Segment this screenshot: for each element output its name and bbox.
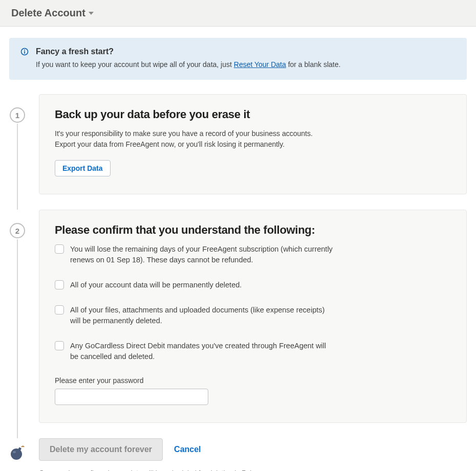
- cancel-link[interactable]: Cancel: [174, 445, 201, 454]
- final-actions: Delete my account forever Cancel Once yo…: [39, 438, 467, 471]
- banner-body-suffix: for a blank slate.: [286, 60, 341, 69]
- page-header: Delete Account: [0, 0, 476, 27]
- page-title-text: Delete Account: [11, 7, 85, 19]
- action-row: Delete my account forever Cancel: [39, 438, 467, 461]
- export-data-button[interactable]: Export Data: [55, 160, 111, 176]
- step-marker-1: 1: [10, 107, 25, 123]
- delete-account-button[interactable]: Delete my account forever: [39, 438, 163, 461]
- confirm-item: You will lose the remaining days of your…: [55, 244, 451, 265]
- svg-point-1: [24, 50, 25, 51]
- timeline-connector: [17, 239, 18, 438]
- warn-line1: Once you've confirmed, your data will be…: [39, 469, 264, 471]
- page-title-dropdown[interactable]: Delete Account: [11, 7, 94, 19]
- step-backup: 1 Back up your data before you erase it …: [9, 94, 467, 194]
- banner-body-prefix: If you want to keep your account but wip…: [36, 60, 234, 69]
- confirm-item: All of your files, attachments and uploa…: [55, 305, 451, 326]
- timeline-connector: [17, 124, 18, 210]
- step-marker-col: [9, 438, 26, 471]
- svg-rect-2: [24, 51, 25, 54]
- chevron-down-icon: [89, 12, 94, 15]
- confirm-label-3: All of your files, attachments and uploa…: [70, 305, 336, 326]
- password-label: Please enter your password: [55, 376, 451, 385]
- confirm-item: Any GoCardless Direct Debit mandates you…: [55, 341, 451, 362]
- step-final: Delete my account forever Cancel Once yo…: [9, 438, 467, 471]
- confirm-label-2: All of your account data will be permane…: [70, 280, 242, 290]
- confirm-checkbox-4[interactable]: [55, 341, 64, 350]
- confirm-checkbox-2[interactable]: [55, 280, 64, 289]
- bomb-icon: [9, 443, 26, 461]
- confirm-label-4: Any GoCardless Direct Debit mandates you…: [70, 341, 336, 362]
- final-warning: Once you've confirmed, your data will be…: [39, 468, 467, 471]
- password-input[interactable]: [55, 389, 208, 405]
- reset-data-link[interactable]: Reset Your Data: [234, 60, 286, 69]
- confirm-label-1: You will lose the remaining days of your…: [70, 244, 336, 265]
- steps-timeline: 1 Back up your data before you erase it …: [9, 94, 467, 471]
- info-banner: Fancy a fresh start? If you want to keep…: [9, 38, 467, 80]
- step-marker-col: 1: [9, 94, 26, 194]
- step-confirm-card: Please confirm that you understand the f…: [39, 210, 467, 423]
- backup-title: Back up your data before you erase it: [55, 108, 451, 121]
- step-marker-col: 2: [9, 210, 26, 423]
- banner-body: If you want to keep your account but wip…: [36, 60, 456, 69]
- backup-body: It's your responsibility to make sure yo…: [55, 128, 451, 150]
- step-confirm: 2 Please confirm that you understand the…: [9, 210, 467, 423]
- banner-title: Fancy a fresh start?: [36, 47, 456, 56]
- svg-point-4: [13, 451, 16, 453]
- info-icon: [20, 48, 29, 69]
- confirm-item: All of your account data will be permane…: [55, 280, 451, 290]
- backup-line2: Export your data from FreeAgent now, or …: [55, 140, 285, 148]
- step-backup-card: Back up your data before you erase it It…: [39, 94, 467, 194]
- backup-line1: It's your responsibility to make sure yo…: [55, 129, 313, 138]
- confirm-checkbox-1[interactable]: [55, 244, 64, 254]
- confirm-title: Please confirm that you understand the f…: [55, 223, 451, 237]
- info-content: Fancy a fresh start? If you want to keep…: [36, 47, 456, 69]
- confirm-checkbox-3[interactable]: [55, 305, 64, 315]
- step-marker-2: 2: [10, 223, 25, 238]
- main-container: Fancy a fresh start? If you want to keep…: [0, 27, 476, 471]
